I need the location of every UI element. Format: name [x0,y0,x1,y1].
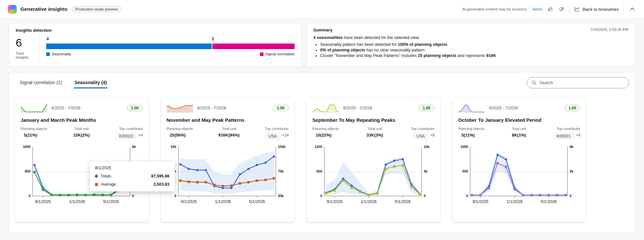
axis-tick-label: 5k [424,169,428,173]
top-contributor-stat: Top contributor USA +24 [265,127,289,140]
planning-objects-label: Planning objects [21,127,47,131]
right-axis-labels: 105k75k45k [276,147,288,196]
tab-bar: Signal correlation (2) Seasonality (4) [15,76,111,90]
svg-text:1/1/2026: 1/1/2026 [69,199,85,204]
top-contributor-label: Top contributor [119,127,143,131]
top-contributor-chip[interactable]: USA [413,133,428,140]
total-unit-label: Total unit [222,127,236,131]
axis-tick-label: 0 [320,194,322,198]
total-insights-block: 6 Total insights [16,36,37,59]
insight-card-2[interactable]: 8/2025 - 7/2026 1.00 November and May Pe… [161,98,294,222]
planning-objects-label: Planning objects [312,127,339,131]
total-unit-value: 916K(94%) [218,133,240,138]
more-contributors-link[interactable]: +9 [430,133,435,138]
svg-text:9/1/2025: 9/1/2025 [327,199,343,204]
search-icon [532,80,537,85]
card-date-range: 8/2025 - 7/2026 [197,106,226,110]
axis-tick-label: 2k [570,169,574,173]
card-title: October To January Elevated Period [458,118,580,123]
legend-item-signal-correlation: Signal correlation [260,52,295,56]
insight-card-1[interactable]: 8/2025 - 7/2026 1.00 January and March P… [15,98,148,222]
thumbs-down-icon [559,7,564,12]
legend-item-seasonality: Seasonality [46,52,71,56]
tooltip-series-label: Totals [101,174,111,178]
summary-card: Summary 7/24/2025, 2:03:35 PM 4 seasonal… [306,23,635,67]
collapse-panel-button[interactable] [628,5,636,13]
summary-bullet: 0% of planning objects has no clear seas… [320,48,628,52]
back-to-timeseries-link[interactable]: Back to timeseries [574,6,619,12]
top-bar: Generative insights Production ready pre… [0,0,644,19]
top-contributor-label: Top contributor [556,127,580,131]
top-contributor-chip[interactable]: USA [265,133,280,140]
top-contributor-label: Top contributor [265,127,289,131]
axis-tick-label: 0 [424,194,426,198]
copilot-logo-icon [8,5,17,14]
planning-objects-label: Planning objects [166,127,193,131]
sparkline-thumbnail-icon [166,103,193,113]
axis-tick-label: 75k [278,169,284,173]
card-title: November and May Peak Patterns [166,118,289,123]
total-unit-stat: Total unit 916K(94%) [218,127,240,140]
insight-card-4[interactable]: 8/2025 - 7/2026 1.00 October To January … [453,98,586,222]
sparkline-thumbnail-icon [21,103,48,113]
search-box[interactable] [527,77,629,88]
top-contributor-stat: Top contributor USA +9 [411,127,435,140]
thumbs-down-button[interactable] [558,6,565,12]
svg-text:5/1/2026: 5/1/2026 [249,199,265,204]
sparkline-thumbnail-icon [312,103,339,113]
bar-segment-signal-correlation [212,44,295,49]
card-date-range: 8/2025 - 7/2026 [343,106,372,110]
total-unit-stat: Total unit 8K(1%) [512,127,526,140]
insight-card-3[interactable]: 8/2025 - 7/2026 1.00 September To May Re… [307,98,440,222]
seasonality-swatch-icon [46,52,50,56]
left-axis-labels: 12006000 [312,147,324,196]
total-unit-value: 15K(2%) [73,133,90,138]
more-contributors-link[interactable]: +4 [576,133,580,138]
top-contributor-chip[interactable]: K00022 [116,133,136,140]
summary-intro: 4 seasonalities have been detected for t… [313,35,628,40]
tooltip-date: 8/1/2025 [95,166,169,170]
tab-seasonality[interactable]: Seasonality (4) [70,76,111,90]
chart-tooltip: 8/1/2025 Totals87,595.86Average3,503.83 [89,161,175,192]
bar-segment-seasonality [46,44,212,49]
card-chart-area: 12006000 9/1/20251/1/20265/1/2026 10k5k0 [312,147,435,205]
total-insights-label: Total insights [16,51,37,59]
axis-tick-label: 1200 [315,145,322,149]
card-title: January and March Peak Months [21,118,143,123]
right-axis-labels: 4k2k0 [568,147,579,196]
svg-text:1/1/2026: 1/1/2026 [507,199,523,204]
search-input[interactable] [539,80,624,85]
card-title: September To May Repeating Peaks [312,118,435,123]
summary-bullet: Cluster "November and May Peak Patterns"… [320,53,628,58]
signal-correlation-swatch-icon [260,52,263,56]
square-marker-icon [95,183,98,186]
thumbs-up-button[interactable] [547,6,554,12]
chevron-up-icon [629,6,635,12]
top-contributor-chip[interactable]: K00021 [553,133,574,140]
tab-signal-correlation[interactable]: Signal correlation (2) [15,76,67,90]
terms-link[interactable]: Terms [532,7,542,11]
summary-row: Insights detection 6 Total insights 4 2 … [9,23,635,67]
insights-bar-area: 4 2 Seasonality Signal correlation [46,36,295,59]
axis-tick-label: 1000 [460,145,468,149]
axis-tick-label: 6k [132,145,136,149]
card-chart-area: 10005000 9/1/20251/1/20265/1/2026 4k2k0 [458,147,580,205]
axis-tick-label: 0 [132,194,134,198]
score-badge: 1.00 [127,105,143,111]
more-contributors-link[interactable]: +4 [138,133,143,138]
tooltip-row: Totals87,595.86 [95,174,169,178]
svg-text:1/1/2026: 1/1/2026 [361,199,377,204]
total-unit-label: Total unit [74,127,88,131]
svg-text:5/1/2026: 5/1/2026 [103,199,119,204]
tooltip-series-value: 3,503.83 [153,182,169,187]
more-contributors-link[interactable]: +24 [282,133,289,138]
axis-tick-label: 0 [174,194,176,198]
planning-objects-value: 10(22%) [312,133,339,138]
seasonality-legend-label: Seasonality [52,52,71,56]
svg-text:1/1/2026: 1/1/2026 [215,199,231,204]
total-insights-count: 6 [16,37,37,49]
divider [39,36,40,59]
seasonality-line-chart: 9/1/20251/1/20265/1/2026 [470,147,568,205]
insight-cards-row: 8/2025 - 7/2026 1.00 January and March P… [15,98,629,222]
insights-detection-card: Insights detection 6 Total insights 4 2 … [9,23,302,67]
